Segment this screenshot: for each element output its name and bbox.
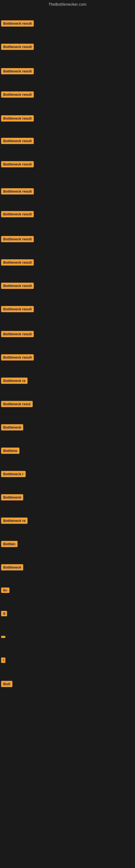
- bottleneck-result-bar: Bo: [1, 588, 9, 593]
- bottleneck-result-bar: Bottleneck resul: [1, 401, 33, 407]
- bottleneck-bar-row: Bottleneck result: [1, 236, 34, 243]
- bottleneck-bar-row: B: [1, 611, 7, 617]
- bottleneck-result-bar: Bottleneck result: [1, 259, 34, 266]
- bottleneck-result-bar: Bottlene: [1, 447, 19, 454]
- bottleneck-bar-row: Bottleneck result: [1, 91, 34, 99]
- bottleneck-bar-row: Bottleneck result: [1, 306, 34, 313]
- bars-container: Bottleneck resultBottleneck resultBottle…: [0, 8, 135, 868]
- bottleneck-result-bar: Bottleneck result: [1, 331, 34, 337]
- bottleneck-result-bar: Bottleneck result: [1, 44, 34, 50]
- bottleneck-bar-row: Bottleneck result: [1, 259, 34, 267]
- bottleneck-result-bar: Bottleneck result: [1, 188, 34, 194]
- bottleneck-bar-row: Bottleneck result: [1, 115, 34, 123]
- bottleneck-bar-row: Bo: [1, 588, 9, 594]
- bottleneck-bar-row: Bottlen: [1, 541, 17, 548]
- bottleneck-bar-row: Bottleneck result: [1, 161, 34, 168]
- bottleneck-result-bar: Bottleneck re: [1, 518, 28, 524]
- site-header: TheBottlenecker.com: [0, 0, 135, 8]
- bottleneck-result-bar: Bottleneck result: [1, 236, 34, 242]
- bottleneck-bar-row: Bottleneck: [1, 494, 23, 501]
- bottleneck-result-bar: Bottleneck result: [1, 354, 34, 361]
- bottleneck-result-bar: Bottleneck result: [1, 91, 34, 98]
- bottleneck-result-bar: Bottleneck result: [1, 161, 34, 167]
- bottleneck-result-bar: B: [1, 611, 7, 616]
- bottleneck-bar-row: Bottleneck result: [1, 354, 34, 362]
- bottleneck-bar-row: Bottleneck r: [1, 471, 26, 478]
- bottleneck-result-bar: Bottleneck result: [1, 138, 34, 144]
- bottleneck-result-bar: Bottleneck: [1, 564, 23, 570]
- bottleneck-result-bar: Bottleneck result: [1, 115, 34, 122]
- bottleneck-result-bar: Bottleneck re: [1, 378, 28, 384]
- bottleneck-result-bar: Bottleneck result: [1, 306, 34, 312]
- bottleneck-bar-row: Bottleneck result: [1, 44, 34, 51]
- bottleneck-bar-row: I: [1, 657, 5, 664]
- bottleneck-bar-row: [1, 634, 5, 639]
- bottleneck-result-bar: Bottleneck result: [1, 20, 34, 27]
- bottleneck-bar-row: Bottleneck re: [1, 378, 28, 385]
- bottleneck-bar-row: Bottlene: [1, 447, 19, 455]
- bottleneck-result-bar: Bottleneck result: [1, 211, 34, 217]
- bottleneck-result-bar: I: [1, 657, 5, 663]
- bottleneck-bar-row: Bottleneck result: [1, 68, 34, 75]
- bottleneck-bar-row: Bottleneck: [1, 564, 23, 571]
- site-title: TheBottlenecker.com: [48, 2, 86, 6]
- bottleneck-bar-row: Bottleneck result: [1, 211, 34, 218]
- bottleneck-bar-row: Bottleneck result: [1, 188, 34, 195]
- bottleneck-bar-row: Bottleneck result: [1, 138, 34, 145]
- bottleneck-bar-row: Bottleneck resul: [1, 401, 33, 408]
- bottleneck-result-bar: Bott: [1, 681, 12, 687]
- bottleneck-result-bar: Bottlen: [1, 541, 17, 547]
- bottleneck-bar-row: Bottleneck re: [1, 518, 28, 525]
- bottleneck-bar-row: Bottleneck result: [1, 331, 34, 338]
- bottleneck-result-bar: Bottleneck result: [1, 283, 34, 289]
- bottleneck-result-bar: [1, 636, 5, 638]
- bottleneck-bar-row: Bottleneck: [1, 424, 23, 432]
- bottleneck-result-bar: Bottleneck result: [1, 68, 34, 74]
- bottleneck-bar-row: Bottleneck result: [1, 283, 34, 290]
- bottleneck-bar-row: Bott: [1, 681, 12, 688]
- bottleneck-result-bar: Bottleneck r: [1, 471, 26, 477]
- bottleneck-result-bar: Bottleneck: [1, 494, 23, 500]
- bottleneck-result-bar: Bottleneck: [1, 424, 23, 431]
- bottleneck-bar-row: Bottleneck result: [1, 20, 34, 28]
